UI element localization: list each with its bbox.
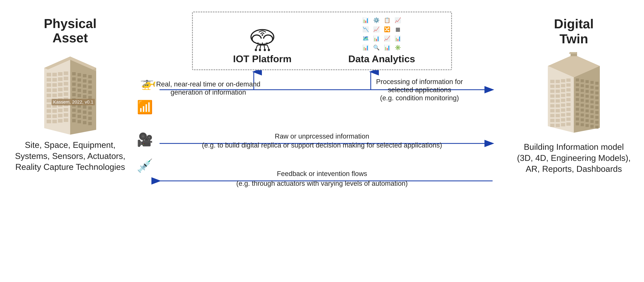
svg-rect-7 [58,72,62,76]
svg-rect-157 [566,117,570,121]
svg-rect-82 [88,111,92,115]
svg-rect-81 [88,106,92,110]
svg-rect-49 [72,93,76,96]
svg-rect-204 [595,91,598,94]
svg-rect-22 [52,94,57,97]
svg-rect-200 [590,120,594,123]
svg-rect-158 [550,124,554,127]
main-row: PhysicalAsset Kassem, 2022, v0.1 [13,7,631,218]
svg-rect-143 [556,104,560,107]
svg-rect-64 [78,120,81,123]
svg-rect-21 [47,94,51,97]
analytics-icon-13: 📊 [361,44,370,52]
svg-rect-170 [576,117,579,120]
svg-rect-42 [52,120,57,123]
svg-rect-19 [58,88,62,91]
svg-rect-210 [595,121,598,124]
svg-rect-139 [556,99,560,103]
svg-rect-10 [52,78,57,82]
svg-rect-186 [586,100,589,103]
analytics-icon-16: ✳️ [393,44,403,52]
svg-rect-57 [78,84,81,87]
svg-rect-66 [83,79,86,83]
svg-rect-142 [550,104,554,107]
physical-asset-title: PhysicalAsset [44,17,97,45]
svg-rect-169 [576,113,579,116]
svg-rect-146 [550,109,554,112]
svg-rect-175 [581,94,584,97]
flows-area: 🚁 📶 🎥 💉 [127,70,517,217]
svg-text:Raw or unprcessed information: Raw or unprcessed information [275,132,369,140]
svg-rect-44 [64,118,68,122]
building-right [540,51,608,136]
svg-rect-206 [595,101,598,104]
analytics-icon-12: 📊 [393,34,403,43]
svg-rect-52 [72,109,76,112]
svg-rect-208 [595,111,598,114]
svg-rect-205 [595,96,598,99]
svg-rect-39 [58,114,62,117]
svg-rect-181 [581,123,584,126]
svg-rect-76 [88,80,92,84]
svg-rect-211 [595,126,598,129]
svg-rect-59 [78,94,81,97]
svg-rect-135 [556,94,560,98]
svg-rect-159 [556,124,560,127]
svg-rect-69 [83,95,86,98]
svg-rect-34 [52,109,57,113]
svg-rect-167 [576,103,579,106]
svg-rect-155 [556,119,560,122]
svg-rect-182 [586,80,589,83]
svg-rect-68 [83,90,86,93]
svg-rect-193 [590,86,594,89]
svg-rect-147 [556,109,560,112]
svg-rect-36 [64,108,68,111]
dashed-box: IOT Platform 📊 ⚙️ 📋 📈 📉 📈 🔀 ▦ 🗺️ � [192,12,452,70]
svg-rect-5 [47,73,51,76]
svg-rect-202 [595,82,598,85]
analytics-icon-15: 📊 [382,44,392,52]
svg-rect-209 [595,116,598,119]
svg-rect-129 [566,83,570,87]
svg-rect-171 [576,122,579,125]
svg-rect-141 [566,98,570,101]
svg-line-93 [260,45,261,49]
svg-rect-11 [58,77,62,81]
svg-rect-72 [83,110,86,114]
svg-line-92 [256,45,258,49]
svg-rect-15 [58,83,62,86]
svg-rect-180 [581,118,584,121]
left-section: PhysicalAsset Kassem, 2022, v0.1 [13,7,127,218]
iot-platform: IOT Platform [222,26,303,64]
analytics-icon-1: 📊 [361,16,370,24]
svg-rect-41 [47,120,51,123]
svg-rect-48 [72,88,76,91]
svg-rect-203 [595,87,598,90]
svg-rect-125 [566,78,570,82]
svg-rect-16 [64,82,68,85]
svg-text:Feedback or intevention flows: Feedback or intevention flows [277,170,367,178]
svg-rect-124 [561,79,565,82]
svg-rect-176 [581,99,584,102]
svg-rect-199 [590,115,594,118]
analytics-icon-9: 🗺️ [361,34,370,43]
svg-rect-162 [576,78,579,81]
svg-rect-191 [586,124,589,127]
svg-rect-6 [52,73,57,76]
svg-text:selected applications: selected applications [388,86,451,94]
svg-rect-23 [58,93,62,97]
svg-rect-79 [88,96,92,99]
physical-label: Site, Space, Equipment, Systems, Sensors… [13,139,127,173]
svg-rect-163 [576,83,579,86]
svg-point-89 [262,34,263,36]
svg-rect-194 [590,91,594,94]
analytics-icons-grid: 📊 ⚙️ 📋 📈 📉 📈 🔀 ▦ 🗺️ 📊 📈 📊 📊 🔍 [361,16,403,52]
building-left: Kassem, 2022, v0.1 [36,53,104,135]
svg-rect-134 [550,94,554,98]
analytics-icon-10: 📊 [372,34,381,43]
svg-rect-192 [590,81,594,84]
svg-rect-166 [576,98,579,101]
svg-rect-178 [581,109,584,111]
svg-text:Real, near-real time or on-dem: Real, near-real time or on-demand [156,80,260,88]
arrows-svg: Real, near-real time or on-demand genera… [127,70,517,217]
